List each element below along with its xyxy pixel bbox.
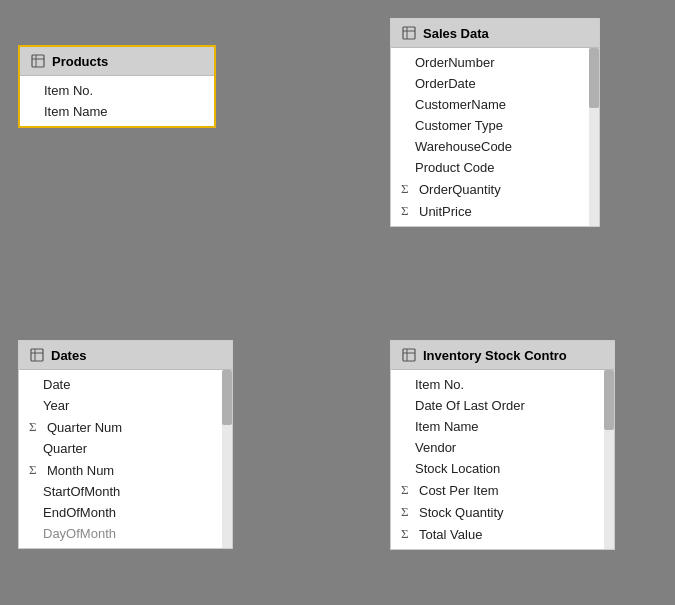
sigma-icon: Σ [401, 181, 413, 197]
field-row: Customer Type [391, 115, 587, 136]
field-label: WarehouseCode [415, 139, 512, 154]
products-card[interactable]: Products Item No.Item Name [18, 45, 216, 128]
products-header: Products [20, 47, 214, 76]
field-row: Date [19, 374, 220, 395]
inventory-fields: Item No.Date Of Last OrderItem NameVendo… [391, 370, 614, 549]
sigma-icon: Σ [401, 504, 413, 520]
inventory-header: Inventory Stock Contro [391, 341, 614, 370]
field-label: Quarter [43, 441, 87, 456]
field-row: ΣTotal Value [391, 523, 602, 545]
field-row: Year [19, 395, 220, 416]
sales-card[interactable]: Sales Data OrderNumberOrderDateCustomerN… [390, 18, 600, 227]
sales-scrollthumb[interactable] [589, 48, 599, 108]
sales-header: Sales Data [391, 19, 599, 48]
sales-title: Sales Data [423, 26, 489, 41]
field-label: OrderQuantity [419, 182, 501, 197]
field-label: Date Of Last Order [415, 398, 525, 413]
field-label: Item No. [415, 377, 464, 392]
table-icon [401, 347, 417, 363]
field-row: Product Code [391, 157, 587, 178]
field-label: StartOfMonth [43, 484, 120, 499]
field-label: Month Num [47, 463, 114, 478]
dates-scrolltrack[interactable] [222, 370, 232, 548]
inventory-card[interactable]: Inventory Stock Contro Item No.Date Of L… [390, 340, 615, 550]
dates-card[interactable]: Dates DateYearΣQuarter NumQuarterΣMonth … [18, 340, 233, 549]
field-row: ΣUnitPrice [391, 200, 587, 222]
field-row: OrderDate [391, 73, 587, 94]
field-label: Item Name [44, 104, 108, 119]
field-label: Item Name [415, 419, 479, 434]
svg-rect-0 [32, 55, 44, 67]
table-icon [29, 347, 45, 363]
field-label: CustomerName [415, 97, 506, 112]
inventory-scrollthumb[interactable] [604, 370, 614, 430]
field-row: ΣStock Quantity [391, 501, 602, 523]
dates-scrollthumb[interactable] [222, 370, 232, 425]
field-label: Stock Quantity [419, 505, 504, 520]
sales-fields: OrderNumberOrderDateCustomerNameCustomer… [391, 48, 599, 226]
field-label: OrderDate [415, 76, 476, 91]
field-label: Date [43, 377, 70, 392]
field-row: StartOfMonth [19, 481, 220, 502]
svg-rect-3 [403, 27, 415, 39]
field-row: Quarter [19, 438, 220, 459]
field-row: Item No. [20, 80, 214, 101]
field-row: ΣCost Per Item [391, 479, 602, 501]
field-row: EndOfMonth [19, 502, 220, 523]
dates-title: Dates [51, 348, 86, 363]
sigma-icon: Σ [401, 482, 413, 498]
inventory-scrolltrack[interactable] [604, 370, 614, 549]
field-row: ΣMonth Num [19, 459, 220, 481]
field-row: Item Name [20, 101, 214, 122]
field-row: Item Name [391, 416, 602, 437]
field-row: Vendor [391, 437, 602, 458]
dates-fields: DateYearΣQuarter NumQuarterΣMonth NumSta… [19, 370, 232, 548]
products-title: Products [52, 54, 108, 69]
dates-header: Dates [19, 341, 232, 370]
field-label: Total Value [419, 527, 482, 542]
field-label: Quarter Num [47, 420, 122, 435]
table-icon [401, 25, 417, 41]
sigma-icon: Σ [29, 419, 41, 435]
field-row: DayOfMonth [19, 523, 220, 544]
field-label: Cost Per Item [419, 483, 498, 498]
svg-rect-9 [403, 349, 415, 361]
field-label: Product Code [415, 160, 495, 175]
field-row: CustomerName [391, 94, 587, 115]
field-label: Customer Type [415, 118, 503, 133]
field-row: ΣOrderQuantity [391, 178, 587, 200]
field-label: Item No. [44, 83, 93, 98]
sigma-icon: Σ [401, 526, 413, 542]
field-row: Item No. [391, 374, 602, 395]
field-label: Year [43, 398, 69, 413]
products-fields: Item No.Item Name [20, 76, 214, 126]
inventory-title: Inventory Stock Contro [423, 348, 567, 363]
field-label: DayOfMonth [43, 526, 116, 541]
field-row: Stock Location [391, 458, 602, 479]
field-row: OrderNumber [391, 52, 587, 73]
field-label: UnitPrice [419, 204, 472, 219]
field-label: EndOfMonth [43, 505, 116, 520]
table-icon [30, 53, 46, 69]
field-row: Date Of Last Order [391, 395, 602, 416]
sales-scrolltrack[interactable] [589, 48, 599, 226]
svg-rect-6 [31, 349, 43, 361]
field-label: Vendor [415, 440, 456, 455]
sigma-icon: Σ [401, 203, 413, 219]
sigma-icon: Σ [29, 462, 41, 478]
field-row: ΣQuarter Num [19, 416, 220, 438]
field-row: WarehouseCode [391, 136, 587, 157]
field-label: Stock Location [415, 461, 500, 476]
field-label: OrderNumber [415, 55, 494, 70]
